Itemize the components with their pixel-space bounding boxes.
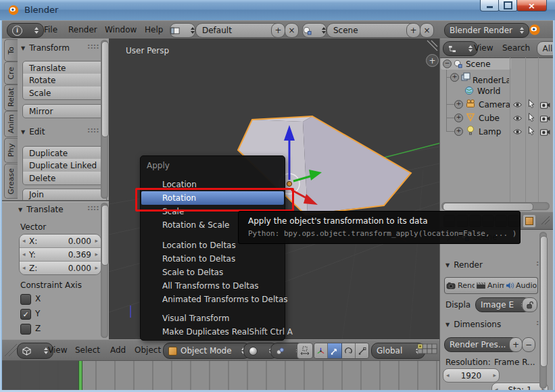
minimize-button[interactable] [480, 0, 500, 11]
properties-scrollbar-thumb[interactable] [540, 236, 548, 367]
dimensions-panel-header[interactable]: ▼ Dimensions [445, 320, 501, 329]
visibility-eye-icon[interactable] [512, 101, 523, 108]
shelf-tab-tools[interactable]: To [4, 39, 18, 62]
editor-type-info-button[interactable]: i [7, 23, 44, 38]
panel-drag-dots[interactable]: :::: [87, 126, 99, 134]
shelf-tab-create[interactable]: Cre [4, 62, 18, 84]
manipulator-toggle-button[interactable] [297, 343, 313, 359]
manipulator-axis-button[interactable] [314, 343, 328, 358]
timeline[interactable] [2, 360, 439, 391]
layers-grid[interactable] [417, 343, 440, 357]
expand-toggle[interactable]: + [450, 73, 459, 82]
render-presets-dropdown[interactable]: Render Pres... [444, 337, 518, 352]
mode-dropdown[interactable]: Object Mode [163, 343, 251, 359]
shelf-tab-grease[interactable]: Grease [4, 164, 18, 199]
layout-add-button[interactable]: + [271, 23, 285, 38]
outliner-menu-search[interactable]: Search [502, 43, 530, 53]
shelf-tab-animation[interactable]: Anim [4, 111, 18, 137]
vector-z-field[interactable]: ◂ Z: 0.000 ▸ [20, 262, 101, 274]
view-menu[interactable]: View [48, 345, 67, 355]
preset-remove-button[interactable]: − [522, 337, 535, 352]
menu-item-visual-transform[interactable]: Visual Transform [141, 312, 284, 325]
duplicate-button[interactable]: Duplicate [22, 146, 107, 160]
audio-button[interactable]: Audio [504, 277, 538, 294]
menu-window[interactable]: Window [105, 25, 137, 34]
shelf-tab-physics[interactable]: Phy [4, 138, 18, 163]
outliner-hscrollbar-thumb[interactable] [443, 203, 533, 211]
outliner-label-lamp[interactable]: Lamp [479, 127, 501, 137]
operator-scrollbar-thumb[interactable] [101, 205, 109, 266]
duplicate-linked-button[interactable]: Duplicate Linked [22, 159, 107, 172]
menu-render[interactable]: Render [68, 25, 97, 34]
render-engine-dropdown[interactable]: Blender Render [444, 23, 529, 38]
animation-button[interactable]: Anim [475, 277, 506, 294]
rotate-button[interactable]: Rotate [22, 74, 107, 87]
collapse-region-button[interactable]: + [426, 54, 439, 67]
current-frame-marker[interactable] [78, 361, 82, 391]
menu-help[interactable]: Help [145, 25, 163, 34]
operator-panel-header[interactable]: ▼ Translate [18, 205, 64, 214]
resolution-x-field[interactable]: ◂ 1920 ▸ [443, 368, 500, 383]
expand-toggle[interactable]: + [454, 114, 463, 122]
maximize-button[interactable] [498, 0, 518, 11]
object-menu[interactable]: Object [135, 345, 161, 355]
outliner-label-renderlayer[interactable]: RenderLa [473, 76, 509, 83]
outliner-filter-dropdown[interactable]: All [537, 41, 555, 56]
translate-button[interactable]: Translate [22, 61, 107, 75]
properties-tab-object-icon[interactable] [523, 214, 536, 228]
transform-panel-header[interactable]: ▼ Transform [21, 43, 70, 53]
editor-type-outliner-button[interactable] [443, 41, 478, 56]
selectable-cursor-icon[interactable] [528, 126, 535, 135]
add-menu[interactable]: Add [110, 345, 126, 355]
manipulator-scale-button[interactable] [356, 343, 368, 358]
scene-name-field[interactable]: Scene [327, 23, 418, 38]
manipulator-rotate-button[interactable] [342, 343, 356, 358]
constraint-y-checkbox[interactable]: ✓ [20, 309, 31, 320]
menu-item-all-transforms-to-deltas[interactable]: All Transforms to Deltas [141, 279, 284, 293]
menu-item-make-duplicates-real[interactable]: Make Duplicates Real Shift Ctrl A [141, 325, 284, 339]
renderable-camera-icon[interactable] [540, 115, 550, 122]
shelf-tab-relations[interactable]: Relat [4, 84, 18, 111]
constraint-z-checkbox[interactable] [20, 324, 31, 335]
menu-item-rotation-to-deltas[interactable]: Rotation to Deltas [141, 252, 284, 266]
screen-layout-button[interactable] [170, 23, 195, 38]
render-panel-header[interactable]: ▼ Render [445, 260, 483, 270]
screen-layout-field[interactable]: Default [195, 23, 283, 38]
vector-x-field[interactable]: ◂ X: 0.000 ▸ [20, 235, 101, 248]
mirror-button[interactable]: Mirror [22, 104, 107, 118]
join-button[interactable]: Join [22, 189, 107, 201]
close-button[interactable]: × [516, 0, 547, 11]
preset-add-button[interactable]: + [509, 337, 523, 352]
select-menu[interactable]: Select [75, 345, 100, 355]
manipulator-translate-button[interactable] [328, 343, 341, 358]
renderable-camera-icon[interactable] [540, 101, 550, 109]
visibility-eye-icon[interactable] [512, 115, 523, 122]
edit-panel-header[interactable]: ▼ Edit [21, 127, 45, 137]
outliner-label-camera[interactable]: Camera [479, 100, 510, 109]
scene-delete-button[interactable]: × [420, 23, 434, 38]
renderable-camera-icon[interactable] [540, 128, 550, 136]
outliner-menu-view[interactable]: View [474, 43, 493, 53]
menu-item-scale-to-deltas[interactable]: Scale to Deltas [141, 266, 284, 279]
menu-item-animated-transforms-to-deltas[interactable]: Animated Transforms to Deltas [141, 293, 284, 306]
collapse-toggle[interactable]: − [443, 59, 452, 68]
scene-add-button[interactable]: + [406, 23, 420, 38]
selectable-cursor-icon[interactable] [528, 113, 535, 122]
panel-drag-dots[interactable]: :::: [87, 42, 99, 51]
visibility-eye-icon[interactable] [512, 128, 523, 135]
vector-y-field[interactable]: ◂ Y: 0.369 ▸ [20, 248, 101, 262]
menu-file[interactable]: File [44, 25, 57, 34]
constraint-x-checkbox[interactable] [20, 294, 31, 305]
lock-interface-button[interactable] [522, 297, 537, 312]
scale-button[interactable]: Scale [22, 87, 107, 100]
render-button[interactable]: Rend [444, 277, 477, 294]
scene-selector-button[interactable] [302, 23, 327, 38]
panel-drag-dots[interactable]: :::: [87, 203, 99, 212]
layout-delete-button[interactable]: × [285, 23, 299, 38]
shelf-scrollbar-thumb[interactable] [101, 41, 109, 137]
outliner-label-scene[interactable]: Scene [466, 59, 491, 69]
delete-button[interactable]: Delete [22, 172, 107, 185]
expand-toggle[interactable]: + [454, 100, 463, 109]
selectable-cursor-icon[interactable] [528, 99, 535, 108]
outliner-label-cube[interactable]: Cube [479, 114, 500, 123]
